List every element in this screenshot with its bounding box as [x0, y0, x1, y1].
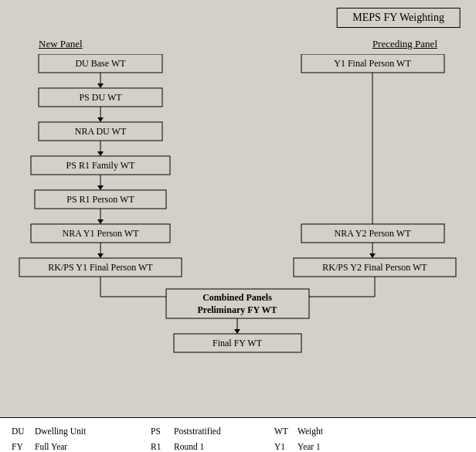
- rk-ps-y1-node: RK/PS Y1 Final Person WT: [48, 262, 153, 273]
- svg-marker-5: [97, 117, 104, 122]
- svg-marker-33: [234, 329, 240, 334]
- flow-diagram: DU Base WT PS DU WT NRA DU WT PS R1 Fami…: [15, 54, 461, 410]
- legend-abbr-wt: WT: [274, 424, 298, 438]
- legend-abbr-r1: R1: [151, 440, 174, 452]
- svg-marker-11: [97, 185, 104, 190]
- combined-label2: Preliminary FY WT: [197, 304, 277, 315]
- column-labels: New Panel Preceding Panel: [15, 38, 461, 50]
- ps-du-node: PS DU WT: [79, 92, 122, 103]
- nra-y2-node: NRA Y2 Person WT: [335, 228, 412, 239]
- svg-marker-2: [97, 83, 104, 88]
- legend-abbr-ps: PS: [151, 424, 174, 438]
- legend-abbr-du: DU: [12, 424, 35, 438]
- svg-marker-17: [97, 253, 104, 258]
- title-box: MEPS FY Weighting: [336, 8, 461, 28]
- legend-def-wt: Weight: [298, 424, 359, 438]
- legend-abbr-y1: Y1: [274, 440, 298, 452]
- legend-def-fy: Full Year: [35, 440, 151, 452]
- svg-marker-14: [97, 219, 104, 224]
- legend-def-du: Dwelling Unit: [35, 424, 151, 438]
- du-base-node: DU Base WT: [75, 58, 126, 69]
- svg-marker-23: [369, 253, 376, 258]
- combined-label1: Combined Panels: [202, 292, 272, 303]
- legend-def-y1: Year 1: [298, 440, 359, 452]
- svg-marker-8: [97, 151, 104, 156]
- preceding-panel-label: Preceding Panel: [372, 38, 437, 50]
- ps-r1-person-node: PS R1 Person WT: [66, 194, 134, 205]
- nra-du-node: NRA DU WT: [75, 126, 127, 137]
- legend-grid: DU Dwelling Unit PS Poststratified WT We…: [12, 424, 464, 452]
- main-container: MEPS FY Weighting New Panel Preceding Pa…: [0, 0, 476, 452]
- rk-ps-y2-node: RK/PS Y2 Final Person WT: [322, 262, 427, 273]
- legend-def-r1: Round 1: [174, 440, 274, 452]
- nra-y1-person-node: NRA Y1 Person WT: [63, 228, 140, 239]
- new-panel-label: New Panel: [39, 38, 83, 50]
- final-fy-node: Final FY WT: [212, 338, 263, 348]
- legend-area: DU Dwelling Unit PS Poststratified WT We…: [0, 417, 476, 452]
- diagram-area: MEPS FY Weighting New Panel Preceding Pa…: [0, 0, 476, 417]
- legend-def-ps: Poststratified: [174, 424, 274, 438]
- legend-abbr-fy: FY: [12, 440, 35, 452]
- ps-r1-family-node: PS R1 Family WT: [66, 160, 135, 171]
- y1-final-node: Y1 Final Person WT: [334, 58, 411, 69]
